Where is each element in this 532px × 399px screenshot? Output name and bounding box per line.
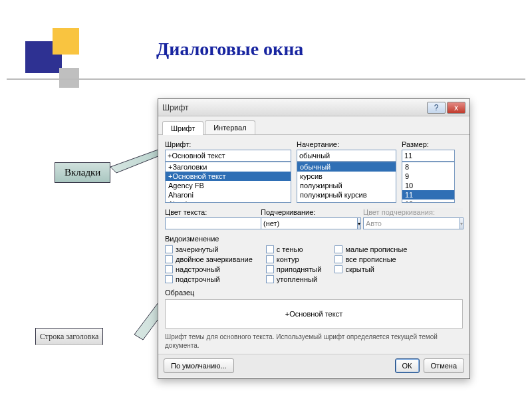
underline-color-combo: ▾ (363, 217, 463, 229)
color-value[interactable] (165, 217, 262, 229)
hint-text: Шрифт темы для основного текста. Использ… (165, 332, 463, 350)
checkbox-outline[interactable]: контур (266, 255, 322, 263)
checkbox-strikethrough[interactable]: зачеркнутый (165, 245, 253, 253)
style-list[interactable]: обычный курсив полужирный полужирный кур… (297, 162, 396, 203)
checkbox-double-strike[interactable]: двойное зачеркивание (165, 255, 253, 263)
slide-title: Диалоговые окна (156, 39, 303, 60)
underline-label: Подчеркивание: (261, 208, 354, 216)
font-input[interactable] (165, 150, 291, 162)
close-icon: x (454, 103, 458, 112)
color-combo[interactable]: ▾ (165, 217, 251, 229)
list-item[interactable]: 12 (402, 200, 454, 203)
list-item[interactable]: 9 (402, 172, 454, 181)
close-button[interactable]: x (447, 102, 466, 114)
style-label: Начертание: (297, 140, 396, 148)
checkbox-superscript[interactable]: надстрочный (165, 265, 253, 273)
cancel-button[interactable]: Отмена (424, 358, 464, 373)
list-item[interactable]: Agency FB (166, 181, 291, 190)
tab-font[interactable]: Шрифт (162, 121, 203, 135)
sample-box: +Основной текст (165, 299, 463, 329)
checkbox-engrave[interactable]: утопленный (266, 275, 322, 283)
effects-label: Видоизменение (165, 235, 463, 243)
tabstrip: Шрифт Интервал (158, 116, 469, 135)
underline-value[interactable] (261, 217, 358, 229)
underline-combo[interactable]: ▾ (261, 217, 354, 229)
dialog-title: Шрифт (162, 103, 188, 112)
tab-interval[interactable]: Интервал (205, 120, 255, 134)
font-label: Шрифт: (165, 140, 291, 148)
font-list[interactable]: +Заголовки +Основной текст Agency FB Aha… (165, 162, 291, 203)
list-item[interactable]: Algerian (166, 200, 291, 203)
list-item[interactable]: +Основной текст (166, 172, 291, 181)
list-item[interactable]: 10 (402, 181, 454, 190)
checkbox-allcaps[interactable]: все прописные (334, 255, 407, 263)
checkbox-smallcaps[interactable]: малые прописные (334, 245, 407, 253)
deco-square-yellow (53, 28, 79, 55)
list-item[interactable]: 8 (402, 162, 454, 172)
sample-label: Образец (165, 289, 463, 297)
list-item[interactable]: 11 (402, 190, 454, 200)
size-label: Размер: (402, 140, 455, 148)
deco-square-gray (59, 68, 79, 88)
divider-line (7, 78, 525, 80)
size-input[interactable] (402, 150, 455, 162)
dialog-titlebar[interactable]: Шрифт ? x (158, 99, 469, 116)
ok-button[interactable]: ОК (395, 358, 420, 373)
checkbox-subscript[interactable]: подстрочный (165, 275, 253, 283)
callout-tabs: Вкладки (55, 162, 110, 183)
default-button[interactable]: По умолчанию... (164, 358, 234, 373)
color-label: Цвет текста: (165, 208, 251, 216)
list-item[interactable]: Aharoni (166, 190, 291, 200)
style-input[interactable] (297, 150, 396, 162)
callout-titlebar: Строка заголовка (35, 328, 103, 345)
font-dialog: Шрифт ? x Шрифт Интервал Шрифт: +Заголов… (158, 98, 470, 379)
list-item[interactable]: курсив (297, 172, 396, 181)
list-item[interactable]: обычный (297, 162, 396, 172)
help-icon: ? (434, 103, 439, 112)
list-item[interactable]: полужирный курсив (297, 190, 396, 200)
help-button[interactable]: ? (427, 102, 446, 114)
chevron-down-icon[interactable]: ▾ (358, 217, 361, 229)
checkbox-emboss[interactable]: приподнятый (266, 265, 322, 273)
size-list[interactable]: 8 9 10 11 12 (402, 162, 455, 203)
checkbox-hidden[interactable]: скрытый (334, 265, 407, 273)
sample-text: +Основной текст (285, 310, 342, 318)
list-item[interactable]: +Заголовки (166, 162, 291, 172)
checkbox-shadow[interactable]: с тенью (266, 245, 322, 253)
underline-color-value (363, 217, 460, 229)
list-item[interactable]: полужирный (297, 181, 396, 190)
chevron-down-icon: ▾ (460, 217, 464, 229)
underline-color-label: Цвет подчеркивания: (363, 208, 463, 216)
